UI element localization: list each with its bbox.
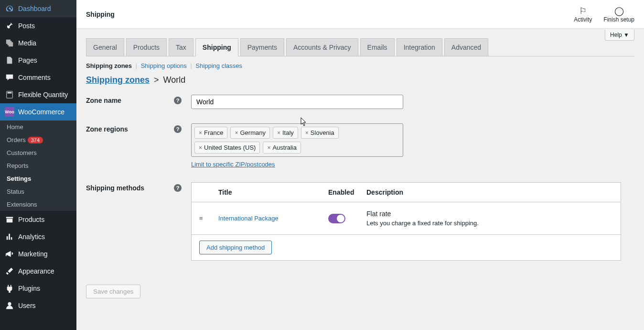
- content: General Products Tax Shipping Payments A…: [76, 29, 644, 308]
- sidebar-item-comments[interactable]: Comments: [0, 69, 76, 86]
- subnav: Shipping zones | Shipping options | Ship…: [86, 62, 634, 69]
- comment-icon: [5, 73, 14, 82]
- remove-tag-icon[interactable]: ×: [305, 130, 309, 136]
- help-icon[interactable]: ?: [174, 125, 182, 133]
- sidebar-item-marketing[interactable]: Marketing: [0, 245, 76, 263]
- sidebar-item-dashboard[interactable]: Dashboard: [0, 0, 76, 17]
- zone-regions-label: Zone regions ?: [86, 123, 191, 133]
- sidebar-item-users[interactable]: Users: [0, 297, 76, 314]
- megaphone-icon: [5, 249, 14, 259]
- finish-setup-button[interactable]: ◯Finish setup: [603, 6, 634, 23]
- submenu-reports[interactable]: Reports: [0, 159, 76, 172]
- breadcrumb: Shipping zones > World: [86, 75, 634, 85]
- tab-integration[interactable]: Integration: [397, 38, 442, 56]
- archive-icon: [5, 215, 14, 224]
- sidebar-label: Marketing: [18, 250, 47, 258]
- chart-icon: [5, 232, 14, 242]
- region-tag: ×United States (US): [194, 142, 260, 154]
- remove-tag-icon[interactable]: ×: [199, 130, 202, 136]
- woo-submenu: Home Orders374 Customers Reports Setting…: [0, 121, 76, 211]
- submenu-orders[interactable]: Orders374: [0, 133, 76, 146]
- dashboard-icon: [5, 4, 14, 13]
- media-icon: [5, 38, 14, 48]
- brush-icon: [5, 266, 14, 276]
- tab-shipping[interactable]: Shipping: [195, 38, 238, 56]
- table-header: Title Enabled Description: [192, 183, 621, 202]
- tab-advanced[interactable]: Advanced: [444, 38, 488, 56]
- tab-accounts-privacy[interactable]: Accounts & Privacy: [286, 38, 358, 56]
- sidebar-item-pages[interactable]: Pages: [0, 52, 76, 69]
- sidebar: Dashboard Posts Media Pages Comments Fle…: [0, 0, 76, 330]
- sidebar-label: Analytics: [18, 233, 45, 241]
- breadcrumb-current: World: [163, 75, 186, 85]
- zone-regions-input[interactable]: ×France ×Germany ×Italy ×Slovenia ×Unite…: [191, 123, 403, 157]
- submenu-status[interactable]: Status: [0, 185, 76, 198]
- zone-name-input[interactable]: [191, 95, 403, 109]
- region-tag: ×Italy: [273, 127, 298, 139]
- sidebar-label: Appearance: [18, 267, 54, 275]
- help-icon[interactable]: ?: [174, 184, 182, 192]
- sidebar-item-products[interactable]: Products: [0, 211, 76, 228]
- method-desc-title: Flat rate: [366, 210, 613, 218]
- sidebar-label: Comments: [18, 74, 51, 81]
- shipping-methods-label: Shipping methods ?: [86, 182, 191, 192]
- tab-products[interactable]: Products: [126, 38, 167, 56]
- subnav-shipping-zones[interactable]: Shipping zones: [86, 62, 132, 69]
- tab-general[interactable]: General: [86, 38, 124, 56]
- sidebar-label: Dashboard: [18, 5, 51, 12]
- remove-tag-icon[interactable]: ×: [235, 130, 238, 136]
- subnav-shipping-options[interactable]: Shipping options: [141, 62, 187, 69]
- method-desc-sub: Lets you charge a fixed rate for shippin…: [366, 220, 613, 227]
- orders-badge: 374: [28, 137, 43, 143]
- add-shipping-method-button[interactable]: Add shipping method: [199, 241, 272, 254]
- user-icon: [5, 301, 14, 310]
- shipping-methods-table: Title Enabled Description ≡ Internationa…: [191, 182, 621, 261]
- sidebar-label: Users: [18, 302, 36, 309]
- header-enabled: Enabled: [328, 188, 366, 196]
- enabled-toggle[interactable]: [328, 214, 345, 223]
- sidebar-label: Flexible Quantity: [18, 91, 68, 99]
- save-changes-button[interactable]: Save changes: [86, 285, 140, 298]
- help-icon[interactable]: ?: [174, 97, 182, 104]
- subnav-shipping-classes[interactable]: Shipping classes: [195, 62, 242, 69]
- calc-icon: [5, 90, 14, 99]
- drag-handle-icon[interactable]: ≡: [199, 215, 218, 222]
- sidebar-item-analytics[interactable]: Analytics: [0, 228, 76, 245]
- method-title-link[interactable]: International Package: [218, 215, 279, 222]
- sidebar-item-posts[interactable]: Posts: [0, 17, 76, 34]
- plug-icon: [5, 284, 14, 293]
- sidebar-label: Pages: [18, 56, 37, 64]
- sidebar-item-flexible-quantity[interactable]: Flexible Quantity: [0, 86, 76, 103]
- sidebar-item-woocommerce[interactable]: WooWooCommerce: [0, 103, 76, 121]
- breadcrumb-link[interactable]: Shipping zones: [86, 75, 150, 85]
- sidebar-item-appearance[interactable]: Appearance: [0, 263, 76, 280]
- sidebar-label: Posts: [18, 22, 35, 30]
- remove-tag-icon[interactable]: ×: [199, 144, 202, 151]
- submenu-extensions[interactable]: Extensions: [0, 198, 76, 211]
- activity-button[interactable]: ⚐Activity: [574, 6, 592, 23]
- flag-icon: ⚐: [579, 6, 587, 16]
- header-description: Description: [366, 188, 613, 196]
- submenu-home[interactable]: Home: [0, 121, 76, 133]
- table-row: ≡ International Package Flat rate Lets y…: [192, 202, 621, 235]
- tab-payments[interactable]: Payments: [240, 38, 284, 56]
- submenu-customers[interactable]: Customers: [0, 146, 76, 159]
- zip-link[interactable]: Limit to specific ZIP/postcodes: [191, 161, 275, 168]
- submenu-settings[interactable]: Settings: [0, 172, 76, 185]
- sidebar-label: WooCommerce: [18, 108, 64, 116]
- sidebar-label: Plugins: [18, 285, 40, 292]
- zone-name-label: Zone name ?: [86, 95, 191, 104]
- sidebar-item-plugins[interactable]: Plugins: [0, 280, 76, 297]
- page-icon: [5, 55, 14, 65]
- pin-icon: [5, 21, 14, 31]
- tab-emails[interactable]: Emails: [360, 38, 395, 56]
- sidebar-label: Media: [18, 39, 36, 47]
- region-tag: ×Australia: [263, 142, 301, 154]
- main: Shipping ⚐Activity ◯Finish setup Help ▼ …: [76, 0, 644, 330]
- tab-tax[interactable]: Tax: [169, 38, 193, 56]
- svg-rect-1: [8, 92, 12, 94]
- sidebar-item-media[interactable]: Media: [0, 34, 76, 52]
- remove-tag-icon[interactable]: ×: [277, 130, 280, 136]
- remove-tag-icon[interactable]: ×: [267, 144, 270, 151]
- page-title: Shipping: [86, 11, 115, 18]
